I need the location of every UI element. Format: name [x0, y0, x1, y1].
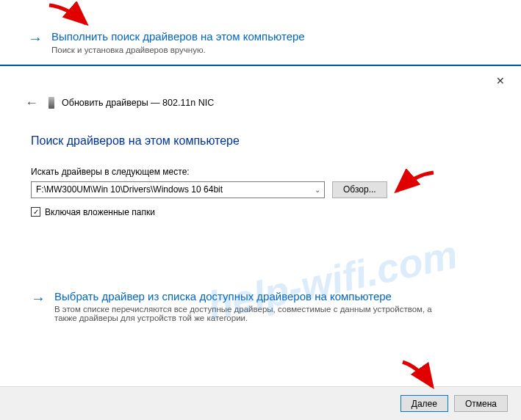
checkbox-checked-icon: ✓ — [31, 207, 40, 217]
next-button[interactable]: Далее — [400, 395, 448, 412]
arrow-right-icon: → — [28, 31, 43, 46]
pick-from-list-option[interactable]: → Выбрать драйвер из списка доступных др… — [31, 289, 442, 323]
pick-option-title: Выбрать драйвер из списка доступных драй… — [54, 289, 442, 304]
cancel-button[interactable]: Отмена — [454, 395, 508, 412]
dialog-footer: Далее Отмена — [0, 386, 521, 420]
section-title: Поиск драйверов на этом компьютере — [31, 134, 499, 148]
nav-option-title: Выполнить поиск драйверов на этом компью… — [51, 29, 305, 44]
pick-option-subtitle: В этом списке перечисляются все доступны… — [54, 305, 442, 322]
dialog-title: Обновить драйверы — 802.11n NIC — [62, 98, 214, 108]
device-icon — [48, 97, 54, 109]
include-subfolders-label: Включая вложенные папки — [45, 207, 155, 217]
include-subfolders-checkbox[interactable]: ✓ Включая вложенные папки — [31, 207, 499, 217]
search-drivers-on-computer-option[interactable]: → Выполнить поиск драйверов на этом комп… — [28, 29, 493, 54]
dialog-header: ← Обновить драйверы — 802.11n NIC — [22, 94, 499, 112]
driver-path-input[interactable] — [32, 183, 311, 196]
arrow-right-icon: → — [31, 291, 46, 305]
browse-button[interactable]: Обзор... — [332, 181, 387, 198]
chevron-down-icon[interactable]: ⌄ — [311, 186, 324, 194]
path-label: Искать драйверы в следующем месте: — [31, 167, 499, 177]
nav-option-subtitle: Поиск и установка драйверов вручную. — [51, 46, 305, 54]
close-button[interactable]: ✕ — [490, 72, 511, 90]
dialog-title-device: 802.11n NIC — [162, 98, 214, 108]
back-button[interactable]: ← — [22, 94, 41, 112]
driver-path-combobox[interactable]: ⌄ — [31, 181, 325, 198]
pick-option-text: Выбрать драйвер из списка доступных драй… — [54, 289, 442, 323]
dialog-title-prefix: Обновить драйверы — — [62, 98, 162, 108]
nav-option-text: Выполнить поиск драйверов на этом компью… — [51, 29, 305, 54]
update-drivers-dialog: ✕ ← Обновить драйверы — 802.11n NIC Поис… — [0, 66, 521, 323]
